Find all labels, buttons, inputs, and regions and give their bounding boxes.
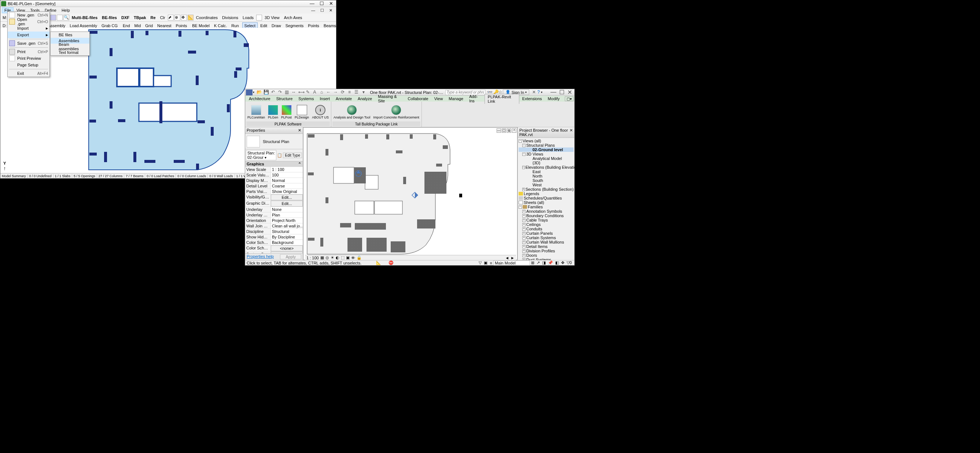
redo-icon[interactable]: ↷ bbox=[277, 90, 282, 95]
property-value[interactable]: By Discipline bbox=[271, 234, 303, 239]
tree-schedules[interactable]: Schedules/Quantities bbox=[524, 196, 562, 200]
crop-region-icon[interactable]: ▣ bbox=[346, 255, 350, 260]
pldesign-button[interactable]: PLDesign bbox=[294, 104, 310, 120]
reveal-icon[interactable]: 🔒 bbox=[356, 255, 362, 260]
collapse-icon[interactable]: ⌃ bbox=[298, 162, 301, 166]
undo-icon[interactable]: ↶ bbox=[270, 90, 275, 95]
tree-legends[interactable]: Legends bbox=[524, 191, 539, 196]
type-selector[interactable]: Structural Plan: 02-Grour ▾ bbox=[246, 150, 276, 160]
export-be-files[interactable]: BE files bbox=[51, 32, 89, 38]
tab-add-ins[interactable]: Add-Ins bbox=[466, 94, 485, 104]
tree-analytical[interactable]: Analytical Model bbox=[533, 156, 562, 161]
view-close-icon[interactable]: ^ bbox=[512, 128, 516, 133]
ribbon-selector-icon[interactable]: ▢▾ bbox=[565, 96, 574, 101]
hide-icon[interactable]: 👁 bbox=[351, 256, 355, 260]
view-detail-icon[interactable]: ▦ bbox=[320, 255, 324, 260]
view-min-icon[interactable]: — bbox=[496, 128, 501, 133]
help-dropdown-icon[interactable]: ▾ bbox=[541, 91, 542, 94]
tree-elevations[interactable]: Elevations (Building Elevation) bbox=[525, 165, 580, 169]
scroll-right-icon[interactable]: ► bbox=[511, 256, 515, 260]
menu-export[interactable]: Export ▶ bbox=[8, 32, 49, 38]
sync-icon[interactable]: ⟳ bbox=[340, 90, 345, 95]
tab-analyze[interactable]: Analyze bbox=[355, 96, 375, 101]
be-files-button[interactable]: BE-files bbox=[100, 15, 119, 21]
arch-axes-button[interactable]: Arch Axes bbox=[282, 15, 304, 21]
menu-print-preview[interactable]: Print Preview bbox=[8, 55, 49, 62]
property-row[interactable]: Scale Value 1:100 bbox=[245, 172, 303, 178]
property-value[interactable]: Clean all wall jo... bbox=[271, 223, 303, 228]
tree-curtain-mullions[interactable]: Curtain Wall Mullions bbox=[526, 240, 564, 244]
menu-exit[interactable]: Exit Alt+F4 bbox=[8, 70, 49, 77]
apply-button[interactable]: Apply bbox=[280, 254, 301, 259]
3d-view-button[interactable]: 3D View bbox=[263, 15, 282, 21]
revit-app-icon[interactable] bbox=[246, 89, 253, 96]
tree-annotation[interactable]: Annotation Symbols bbox=[526, 209, 562, 214]
property-value[interactable]: None bbox=[271, 207, 303, 212]
property-row[interactable]: UnderlayNone bbox=[245, 207, 303, 212]
coordinates-button[interactable]: Coordinates bbox=[194, 15, 220, 21]
shadows-icon[interactable]: ◐ bbox=[336, 255, 339, 260]
tree-detail-items[interactable]: Detail Items bbox=[526, 244, 547, 249]
expand-icon[interactable]: + bbox=[522, 236, 525, 239]
zoom-extents-icon[interactable]: ⊕ bbox=[175, 15, 180, 21]
tree-boundary[interactable]: Boundary Conditions bbox=[526, 214, 564, 218]
tab-insert[interactable]: Insert bbox=[317, 96, 333, 101]
property-value[interactable]: Structural bbox=[271, 229, 303, 234]
expand-icon[interactable]: + bbox=[522, 254, 525, 257]
tab-plpak-revit-link[interactable]: PLPAK-Revit Link bbox=[485, 94, 519, 104]
property-value[interactable]: 100 bbox=[271, 172, 303, 177]
tab-manage[interactable]: Manage bbox=[445, 96, 466, 101]
expand-icon[interactable]: + bbox=[522, 227, 525, 231]
property-row[interactable]: Display ModelNormal bbox=[245, 178, 303, 183]
filter-icon[interactable]: ▽0 bbox=[566, 260, 572, 265]
expand-icon[interactable]: + bbox=[522, 188, 525, 191]
clr-button[interactable]: Clr bbox=[158, 15, 167, 21]
tree-east[interactable]: East bbox=[533, 169, 541, 174]
property-row[interactable]: Visibility/Graphic...Edit... bbox=[245, 195, 303, 201]
sel-filter-icon[interactable]: ▽ bbox=[479, 260, 482, 265]
property-row[interactable]: Graphic Display ...Edit... bbox=[245, 201, 303, 207]
tree-3d-views[interactable]: 3D Views bbox=[526, 152, 543, 156]
tree-north[interactable]: North bbox=[533, 174, 542, 178]
multi-be-files-button[interactable]: Multi-BE-files bbox=[70, 15, 99, 21]
measure-icon[interactable]: 📐 bbox=[188, 15, 194, 21]
print-icon[interactable] bbox=[57, 15, 63, 21]
status-icon[interactable]: 📐 bbox=[376, 260, 381, 265]
property-row[interactable]: Color Scheme Lo...Background bbox=[245, 240, 303, 246]
menu-open[interactable]: Open .gen Ctrl+O bbox=[8, 18, 49, 25]
view-restore-icon[interactable]: ⧉ bbox=[507, 128, 511, 133]
move-icon[interactable]: ✥ bbox=[181, 15, 187, 21]
collapse-icon[interactable]: − bbox=[522, 144, 525, 147]
print-icon[interactable]: ▥ bbox=[285, 90, 289, 95]
view-max-icon[interactable]: ☐ bbox=[502, 128, 506, 133]
select-face-icon[interactable]: ◧ bbox=[555, 260, 559, 265]
sel-status-icon[interactable]: ▣ bbox=[484, 260, 487, 265]
properties-grid[interactable]: Graphics⌃ View Scale1 : 100Scale Value 1… bbox=[245, 161, 303, 253]
plcoreman-button[interactable]: PLCoreMan bbox=[246, 104, 266, 120]
revit-drawing-canvas[interactable]: — ☐ ⧉ ^ bbox=[303, 127, 517, 260]
property-row[interactable]: Detail LevelCoarse bbox=[245, 183, 303, 189]
property-row[interactable]: Color Scheme<none> bbox=[245, 246, 303, 252]
property-value[interactable]: 1 : 100 bbox=[271, 167, 303, 172]
tbpak-button[interactable]: TBpak bbox=[132, 15, 148, 21]
property-value[interactable]: Background bbox=[271, 240, 303, 245]
text-icon[interactable]: A bbox=[312, 90, 317, 95]
switch-windows-icon[interactable]: ▾ bbox=[361, 90, 366, 95]
mdi-maximize-icon[interactable]: ☐ bbox=[318, 8, 326, 13]
view-style-icon[interactable]: ◎ bbox=[325, 255, 329, 260]
import-concrete-button[interactable]: Import Concrete Reinforcement bbox=[372, 104, 420, 120]
3d-icon[interactable] bbox=[256, 15, 262, 21]
close-icon[interactable]: ✕ bbox=[329, 1, 333, 6]
close-icon[interactable]: ✕ bbox=[570, 128, 573, 137]
tree-south[interactable]: South bbox=[533, 178, 543, 183]
mdi-minimize-icon[interactable]: — bbox=[309, 8, 317, 13]
plpost-button[interactable]: PLPost bbox=[280, 104, 293, 120]
maximize-icon[interactable]: ☐ bbox=[320, 1, 324, 6]
property-row[interactable]: View Scale1 : 100 bbox=[245, 167, 303, 172]
minimize-icon[interactable]: — bbox=[310, 1, 315, 6]
exchange-icon[interactable]: ✕ bbox=[531, 90, 536, 95]
tab-view[interactable]: View bbox=[431, 96, 446, 101]
tree-division[interactable]: Division Profiles bbox=[526, 249, 555, 253]
plgen-button[interactable]: PLGen bbox=[267, 104, 279, 120]
drag-icon[interactable]: ✥ bbox=[561, 260, 565, 265]
